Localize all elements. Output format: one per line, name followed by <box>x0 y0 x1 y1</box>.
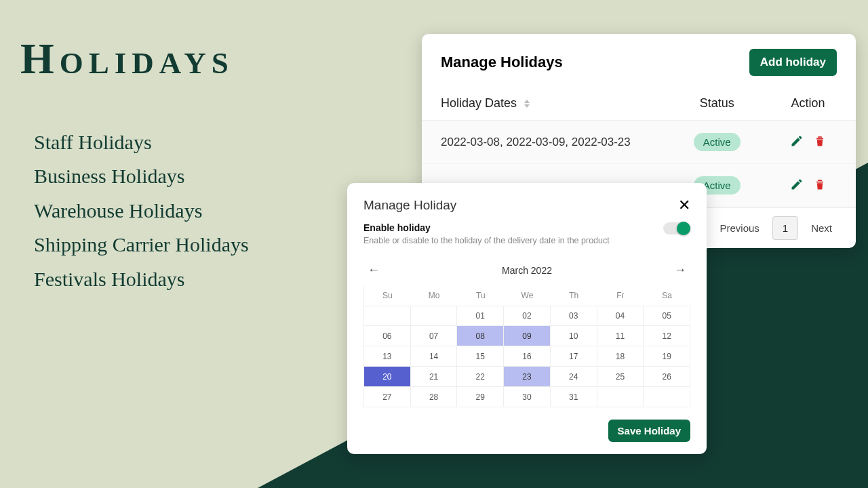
delete-icon[interactable] <box>812 133 828 149</box>
calendar-empty-cell <box>597 387 644 407</box>
sort-icon[interactable] <box>524 100 530 108</box>
calendar-day[interactable]: 16 <box>504 346 551 367</box>
calendar-day[interactable]: 14 <box>411 346 458 367</box>
calendar-day[interactable]: 05 <box>644 306 690 326</box>
close-icon[interactable]: ✕ <box>678 198 690 213</box>
pager-page-1-button[interactable]: 1 <box>772 216 798 240</box>
calendar-day[interactable]: 21 <box>411 367 458 387</box>
calendar-day[interactable]: 08 <box>457 326 504 346</box>
page-title: Holidays <box>20 34 234 84</box>
calendar-day[interactable]: 17 <box>551 346 597 367</box>
calendar-dow: Fr <box>597 285 644 306</box>
calendar-empty-cell <box>364 306 411 326</box>
calendar-dow: Mo <box>411 285 458 306</box>
calendar-day[interactable]: 10 <box>551 326 597 346</box>
svg-rect-1 <box>820 141 821 145</box>
feature-list: Staff HolidaysBusiness HolidaysWarehouse… <box>34 125 249 296</box>
save-holiday-button[interactable]: Save Holiday <box>608 420 690 442</box>
manage-holidays-title: Manage Holidays <box>441 54 563 71</box>
col-header-status: Status <box>673 88 760 121</box>
calendar-dow: We <box>504 285 551 306</box>
cell-action <box>760 164 856 207</box>
calendar-day[interactable]: 07 <box>411 326 458 346</box>
calendar-dow: Su <box>364 285 411 306</box>
calendar-day[interactable]: 31 <box>551 387 597 407</box>
calendar-day[interactable]: 23 <box>504 367 551 387</box>
calendar-dow: Sa <box>644 285 690 306</box>
calendar-day[interactable]: 13 <box>364 346 411 367</box>
calendar-day[interactable]: 22 <box>457 367 504 387</box>
pager-next-button[interactable]: Next <box>801 216 842 240</box>
table-row: 2022-03-08, 2022-03-09, 2022-03-23Active <box>422 121 856 164</box>
calendar-empty-cell <box>411 306 458 326</box>
col-header-dates[interactable]: Holiday Dates <box>422 88 673 121</box>
feature-item: Staff Holidays <box>34 125 249 159</box>
calendar-day[interactable]: 25 <box>597 367 644 387</box>
calendar-next-month-button[interactable]: → <box>670 260 690 280</box>
calendar-day[interactable]: 19 <box>644 346 690 367</box>
delete-icon[interactable] <box>812 176 828 192</box>
svg-rect-0 <box>818 141 819 145</box>
cell-dates: 2022-03-08, 2022-03-09, 2022-03-23 <box>422 121 673 164</box>
calendar-day[interactable]: 03 <box>551 306 597 326</box>
calendar-day[interactable]: 12 <box>644 326 690 346</box>
calendar-dow: Th <box>551 285 597 306</box>
calendar-grid: SuMoTuWeThFrSa01020304050607080910111213… <box>363 285 690 407</box>
feature-item: Warehouse Holidays <box>34 194 249 228</box>
enable-holiday-description: Enable or disable to the holiday of the … <box>363 236 610 245</box>
calendar-month-label: March 2022 <box>502 265 552 276</box>
status-badge: Active <box>694 133 741 151</box>
calendar-day[interactable]: 02 <box>504 306 551 326</box>
calendar-day[interactable]: 29 <box>457 387 504 407</box>
calendar-day[interactable]: 04 <box>597 306 644 326</box>
svg-rect-2 <box>818 184 819 188</box>
pager-previous-button[interactable]: Previous <box>709 216 769 240</box>
feature-item: Shipping Carrier Holidays <box>34 228 249 262</box>
calendar-day[interactable]: 24 <box>551 367 597 387</box>
enable-holiday-label: Enable holiday <box>363 222 610 233</box>
calendar-empty-cell <box>644 387 690 407</box>
feature-item: Festivals Holidays <box>34 262 249 296</box>
calendar-day[interactable]: 28 <box>411 387 458 407</box>
calendar-day[interactable]: 06 <box>364 326 411 346</box>
calendar-day[interactable]: 30 <box>504 387 551 407</box>
calendar-day[interactable]: 15 <box>457 346 504 367</box>
col-header-action: Action <box>760 88 856 121</box>
calendar-day[interactable]: 26 <box>644 367 690 387</box>
feature-item: Business Holidays <box>34 159 249 193</box>
svg-rect-3 <box>820 184 821 188</box>
cell-status: Active <box>673 121 760 164</box>
calendar-prev-month-button[interactable]: ← <box>363 260 384 280</box>
edit-icon[interactable] <box>789 176 805 192</box>
cell-action <box>760 121 856 164</box>
enable-holiday-toggle[interactable] <box>663 222 690 235</box>
calendar-day[interactable]: 01 <box>457 306 504 326</box>
calendar-dow: Tu <box>457 285 504 306</box>
calendar-day[interactable]: 18 <box>597 346 644 367</box>
manage-holiday-modal: Manage Holiday ✕ Enable holiday Enable o… <box>347 183 707 454</box>
calendar-day[interactable]: 27 <box>364 387 411 407</box>
edit-icon[interactable] <box>789 133 805 149</box>
calendar-day[interactable]: 20 <box>364 367 411 387</box>
calendar-day[interactable]: 09 <box>504 326 551 346</box>
calendar-day[interactable]: 11 <box>597 326 644 346</box>
modal-title: Manage Holiday <box>363 198 456 213</box>
add-holiday-button[interactable]: Add holiday <box>749 49 837 76</box>
